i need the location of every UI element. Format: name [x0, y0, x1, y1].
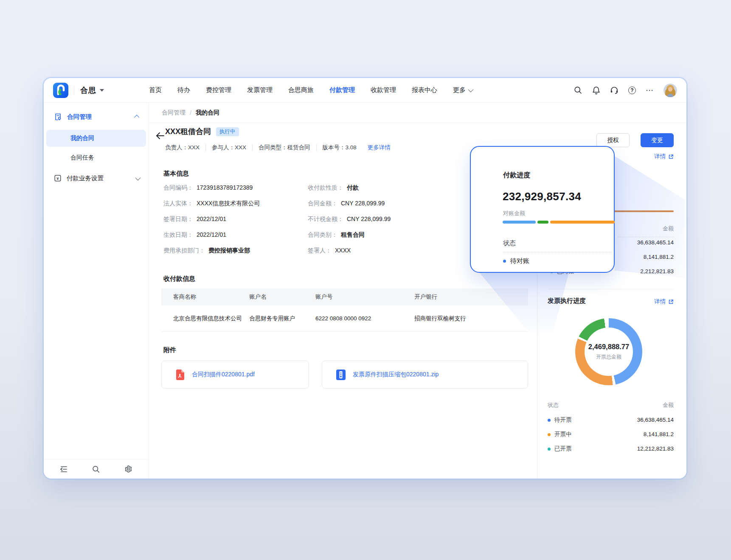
orange-dot-icon: [548, 433, 551, 436]
sidebar-item-contract-tasks[interactable]: 合同任务: [46, 149, 146, 166]
payment-progress-detail-link[interactable]: 详情: [654, 153, 674, 160]
donut-total-label: 开票总金额: [596, 353, 621, 361]
invoice-detail-link[interactable]: 详情: [654, 298, 674, 305]
detail-link-label: 详情: [654, 153, 666, 160]
chevron-up-icon: [134, 115, 140, 120]
menu-item-home[interactable]: 首页: [149, 86, 162, 94]
detail-link-label: 详情: [654, 298, 666, 305]
field-label: 收付款性质：: [308, 183, 343, 192]
menu-item-more[interactable]: 更多: [453, 86, 472, 94]
col-header-account-name: 账户名: [249, 293, 315, 301]
field-label: 合同金额：: [308, 199, 337, 208]
invoice-donut-chart: 2,469,888.77 开票总金额: [575, 318, 642, 385]
attachment-zip-name[interactable]: 发票原件扫描压缩包0220801.zip: [353, 371, 439, 378]
settings-gear-icon[interactable]: [124, 465, 132, 473]
meta-participant-value: XXX: [235, 144, 246, 151]
basic-info-left-column: 合同编码：17239183789172389 法人实体：XXXX信息技术有限公司…: [163, 183, 260, 255]
field-label: 合同类别：: [308, 230, 337, 239]
donut-center: 2,469,888.77 开票总金额: [575, 318, 642, 385]
meta-version-value: 3.08: [346, 144, 357, 151]
brand-divider: [74, 86, 74, 95]
back-arrow-icon[interactable]: [155, 131, 165, 141]
chevron-down-icon: [468, 87, 474, 92]
contract-title: XXX租借合同: [165, 126, 211, 137]
invoice-legend-pending: 待开票: [548, 416, 572, 424]
authorize-button[interactable]: 授权: [596, 133, 630, 147]
help-icon[interactable]: ?: [628, 87, 636, 94]
invoice-amount-header: 金额: [663, 401, 674, 409]
bar-segment-orange: [550, 221, 615, 224]
more-detail-link[interactable]: 更多详情: [368, 144, 391, 151]
brand-name[interactable]: 合思: [80, 85, 96, 95]
legend-label: 开票中: [554, 431, 572, 438]
avatar[interactable]: [664, 84, 677, 97]
navbar-actions: ? ⋯: [574, 84, 677, 97]
attachment-pdf[interactable]: 合同扫描件0220801.pdf: [161, 361, 309, 389]
payment-amount-3: 2,212,821.83: [640, 268, 674, 274]
payment-amount-2: 8,141,881.2: [644, 254, 674, 260]
more-actions-icon[interactable]: ⋯: [646, 88, 654, 92]
breadcrumb-parent[interactable]: 合同管理: [162, 109, 186, 117]
status-item-label: 待对账: [510, 257, 529, 265]
collapse-sidebar-icon[interactable]: [60, 465, 68, 473]
legend-label: 已开票: [554, 445, 572, 453]
page-background: { "brand": { "name": "合思" }, "navbar": {…: [0, 0, 731, 560]
table-header-row: 客商名称 账户名 账户号 开户银行: [161, 288, 528, 305]
invoice-legend-inprogress: 开票中: [548, 431, 572, 438]
brand-caret-icon[interactable]: [100, 89, 104, 92]
bell-icon[interactable]: [592, 86, 600, 95]
meta-owner-value: XXX: [188, 144, 200, 151]
menu-item-payment[interactable]: 付款管理: [329, 86, 355, 94]
sidebar-search-icon[interactable]: [92, 465, 100, 473]
field-value: 17239183789172389: [197, 183, 253, 192]
menu-item-travel[interactable]: 合思商旅: [288, 86, 314, 94]
sidebar-group-contracts[interactable]: 合同管理: [44, 108, 149, 125]
menu-item-collection[interactable]: 收款管理: [371, 86, 396, 94]
invoice-amount-inprogress: 8,141,881.2: [644, 431, 674, 437]
top-navbar: 合思 首页 待办 费控管理 发票管理 合思商旅 付款管理 收款管理 报表中心 更…: [44, 78, 686, 103]
basic-info-title: 基本信息: [163, 170, 189, 178]
menu-item-todo[interactable]: 待办: [177, 86, 190, 94]
search-icon[interactable]: [574, 86, 582, 95]
invoice-amount-done: 12,212,821.83: [637, 445, 674, 452]
attachment-pdf-name[interactable]: 合同扫描件0220801.pdf: [192, 371, 255, 378]
field-label: 签署人：: [308, 246, 332, 255]
menu-item-report[interactable]: 报表中心: [412, 86, 437, 94]
menu-more-label: 更多: [453, 86, 466, 94]
menu-item-expense[interactable]: 费控管理: [206, 86, 231, 94]
zip-file-icon: [336, 369, 346, 381]
teal-dot-icon: [548, 448, 551, 451]
field-label: 不计税金额：: [308, 215, 343, 224]
sidebar-footer: [44, 459, 149, 479]
col-header-bank: 开户银行: [414, 293, 528, 301]
sidebar: 合同管理 我的合同 合同任务 ¥ 付款业务设置: [44, 103, 149, 479]
meta-type-value: 租赁合同: [287, 144, 310, 151]
field-value: 付款: [347, 183, 359, 192]
sidebar-item-my-contracts[interactable]: 我的合同: [46, 130, 146, 147]
popover-amount-label: 对账金额: [503, 210, 525, 217]
meta-participant-label: 参与人：: [212, 144, 235, 151]
right-panel-divider: [548, 289, 674, 289]
change-button[interactable]: 变更: [641, 133, 674, 147]
field-value: 费控报销事业部: [208, 246, 250, 255]
field-label: 合同编码：: [163, 183, 193, 192]
svg-text:¥: ¥: [56, 176, 59, 181]
attachment-zip[interactable]: 发票原件扫描压缩包0220801.zip: [322, 361, 528, 389]
sidebar-group-payment-settings[interactable]: ¥ 付款业务设置: [44, 170, 149, 187]
meta-owner-label: 负责人：: [165, 144, 188, 151]
field-label: 生效日期：: [163, 230, 193, 239]
status-badge: 执行中: [216, 127, 239, 136]
popover-amount: 232,929,857.34: [503, 190, 581, 203]
external-link-icon: [668, 154, 674, 160]
invoice-status-header: 状态: [548, 401, 559, 409]
app-logo-icon[interactable]: [53, 83, 68, 98]
headset-icon[interactable]: [610, 86, 619, 95]
invoice-legend-done: 已开票: [548, 445, 572, 453]
legend-label: 待开票: [554, 416, 572, 424]
breadcrumb-separator: /: [190, 109, 191, 116]
contract-meta: 负责人：XXX 参与人：XXX 合同类型：租赁合同 版本号：3.08 更多详情: [165, 144, 391, 151]
menu-item-invoice[interactable]: 发票管理: [247, 86, 273, 94]
main-menu: 首页 待办 费控管理 发票管理 合思商旅 付款管理 收款管理 报表中心 更多: [149, 86, 472, 94]
invoice-amount-pending: 36,638,465.14: [637, 417, 674, 423]
external-link-icon: [668, 299, 674, 305]
